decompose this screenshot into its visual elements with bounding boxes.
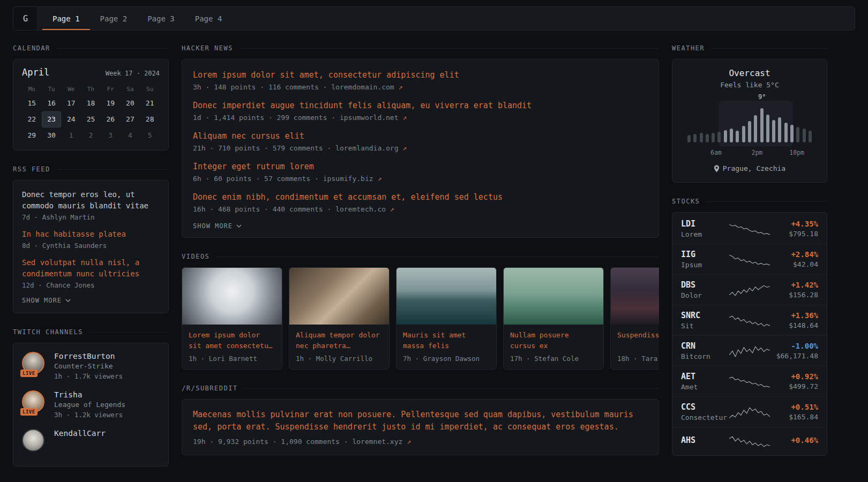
tab-page-4[interactable]: Page 4	[185, 7, 233, 30]
twitch-game: Counter-Strike	[54, 362, 123, 370]
calendar-day: 17	[61, 95, 81, 111]
calendar-section-label: CALENDAR	[13, 44, 50, 52]
middle-column: HACKER NEWS Lorem ipsum dolor sit amet, …	[182, 44, 659, 470]
stock-change: +0.46%	[775, 436, 818, 445]
stock-row[interactable]: DBS Dolor +1.42% $156.28	[672, 274, 827, 305]
twitch-channel-info: ForrestBurton Counter-Strike 1h · 1.7k v…	[54, 352, 123, 380]
calendar-day: 16	[42, 95, 62, 111]
tab-page-3[interactable]: Page 3	[137, 7, 185, 30]
hackernews-item: Donec enim nibh, condimentum et accumsan…	[193, 192, 648, 213]
hackernews-show-more-button[interactable]: SHOW MORE	[193, 222, 648, 230]
videos-section: VIDEOS Lorem ipsum dolor sit amet consec…	[182, 253, 659, 370]
tab-page-1[interactable]: Page 1	[42, 7, 90, 30]
calendar-day: 29	[22, 127, 42, 144]
twitch-channel-name: KendallCarr	[54, 429, 106, 438]
weather-bar	[687, 135, 691, 142]
stock-row[interactable]: CCS Consectetur +0.51% $165.84	[672, 396, 827, 427]
subreddit-domain-link[interactable]: loremnet.xyz	[352, 438, 402, 446]
rss-headline-link[interactable]: Donec tempor eros leo, ut commodo mauris…	[22, 190, 148, 210]
twitch-channel-row[interactable]: KendallCarr	[22, 429, 160, 451]
twitch-viewers: 3h · 1.2k viewers	[54, 411, 125, 419]
stock-symbol: LDI	[681, 219, 724, 229]
weekday-label: Su	[140, 83, 160, 95]
hackernews-domain-link[interactable]: loremlandia.org	[335, 144, 398, 152]
weather-bar	[748, 121, 751, 142]
hackernews-domain-link[interactable]: ipsumworld.net	[340, 114, 399, 122]
stock-row[interactable]: AHS +0.46%	[672, 427, 827, 454]
calendar-day: 24	[61, 111, 81, 127]
hackernews-domain-link[interactable]: loremtech.co	[335, 205, 386, 213]
stock-row[interactable]: LDI Lorem +4.35% $795.18	[672, 214, 827, 244]
calendar-day-outside: 4	[121, 127, 140, 144]
stocks-section-label: STOCKS	[672, 198, 700, 205]
calendar-day: 19	[101, 95, 121, 111]
twitch-section: TWITCH CHANNELS LIVE ForrestBurton Count…	[13, 328, 169, 466]
stocks-section-title: STOCKS	[672, 198, 827, 205]
subreddit-section-label: /R/SUBREDDIT	[182, 385, 238, 392]
stock-info: SNRC Sit	[681, 311, 724, 330]
weather-bar	[700, 133, 703, 142]
hackernews-headline-link[interactable]: Donec enim nibh, condimentum et accumsan…	[193, 192, 503, 202]
stock-row[interactable]: CRN Bitcorn -1.00% $66,171.48	[672, 335, 827, 366]
hackernews-domain-link[interactable]: loremdomain.com	[331, 83, 394, 91]
weather-bar	[766, 115, 769, 142]
external-link-icon: ↗	[402, 114, 407, 122]
weather-section-label: WEATHER	[672, 44, 705, 52]
rss-show-more-button[interactable]: SHOW MORE	[22, 297, 160, 304]
stock-symbol: CCS	[681, 402, 724, 412]
stock-change: +1.42%	[775, 281, 818, 289]
video-card[interactable]: Suspendisse diam 18h · Tara	[610, 267, 659, 370]
videos-section-label: VIDEOS	[182, 253, 209, 260]
calendar-day: 26	[101, 111, 121, 127]
stock-info: CRN Bitcorn	[681, 341, 724, 360]
calendar-day: 18	[81, 95, 101, 111]
video-card[interactable]: Mauris sit amet massa felis 7h · Grayson…	[396, 267, 497, 370]
stock-change: +1.36%	[775, 311, 818, 320]
weather-bar	[736, 131, 739, 142]
calendar-section-title: CALENDAR	[13, 44, 169, 52]
stock-row[interactable]: IIG Ipsum +2.84% $42.04	[672, 244, 827, 274]
calendar-day-selected: 23	[42, 111, 62, 127]
stock-symbol: AET	[681, 372, 724, 381]
hackernews-headline-link[interactable]: Integer eget rutrum lorem	[193, 162, 314, 171]
stock-values: +0.46%	[775, 436, 818, 446]
video-card[interactable]: Lorem ipsum dolor sit amet consectetu… 1…	[182, 267, 282, 370]
hackernews-headline-link[interactable]: Donec imperdiet augue tincidunt felis al…	[193, 101, 532, 110]
rss-headline-link[interactable]: In hac habitasse platea	[22, 230, 126, 238]
hackernews-meta-text: 1d · 1,414 points · 299 comments ·	[193, 114, 335, 122]
weekday-label: Mo	[22, 83, 42, 95]
twitch-channel-row[interactable]: LIVE Trisha League of Legends 3h · 1.2k …	[22, 390, 160, 419]
tab-page-2[interactable]: Page 2	[90, 7, 138, 30]
weather-peak-temp: 9°	[758, 93, 766, 101]
hackernews-headline-link[interactable]: Lorem ipsum dolor sit amet, consectetur …	[193, 70, 459, 80]
subreddit-section: /R/SUBREDDIT Maecenas mollis pulvinar er…	[182, 385, 659, 455]
subreddit-post-link[interactable]: Maecenas mollis pulvinar erat non posuer…	[193, 410, 633, 432]
weather-section: WEATHER Overcast Feels like 5°C 9° 6am 2…	[672, 44, 827, 183]
stock-values: -1.00% $66,171.48	[775, 342, 818, 360]
rss-headline-link[interactable]: Sed volutpat nulla nisl, a condimentum n…	[22, 258, 139, 278]
video-card[interactable]: Nullam posuere cursus ex 17h · Stefan Co…	[503, 267, 604, 370]
twitch-avatar-wrap: LIVE	[22, 352, 47, 374]
hackernews-meta-text: 3h · 148 points · 116 comments ·	[193, 83, 327, 91]
time-label: 6am	[710, 149, 722, 156]
twitch-viewers: 1h · 1.7k viewers	[54, 372, 123, 380]
stock-row[interactable]: SNRC Sit +1.36% $148.64	[672, 305, 827, 335]
video-card[interactable]: Aliquam tempor dolor nec pharetra… 1h · …	[289, 267, 390, 370]
video-thumbnail	[182, 268, 282, 325]
stock-sparkline	[729, 221, 770, 237]
weather-bar	[760, 108, 764, 142]
chevron-down-icon	[65, 299, 71, 302]
weather-bar	[717, 132, 721, 142]
weather-bar	[803, 129, 806, 142]
hackernews-headline-link[interactable]: Aliquam nec cursus elit	[193, 131, 304, 141]
twitch-channel-row[interactable]: LIVE ForrestBurton Counter-Strike 1h · 1…	[22, 352, 160, 380]
app-logo[interactable]: G	[13, 7, 38, 30]
hackernews-domain-link[interactable]: ipsumify.biz	[323, 175, 373, 183]
stock-sparkline	[729, 404, 770, 420]
hackernews-meta-text: 6h · 60 points · 57 comments ·	[193, 175, 319, 183]
hackernews-section: HACKER NEWS Lorem ipsum dolor sit amet, …	[182, 44, 659, 238]
twitch-section-label: TWITCH CHANNELS	[13, 328, 83, 336]
stock-info: AHS	[681, 435, 724, 447]
stock-name: Lorem	[681, 230, 724, 238]
stock-row[interactable]: AET Amet +0.92% $499.72	[672, 366, 827, 396]
